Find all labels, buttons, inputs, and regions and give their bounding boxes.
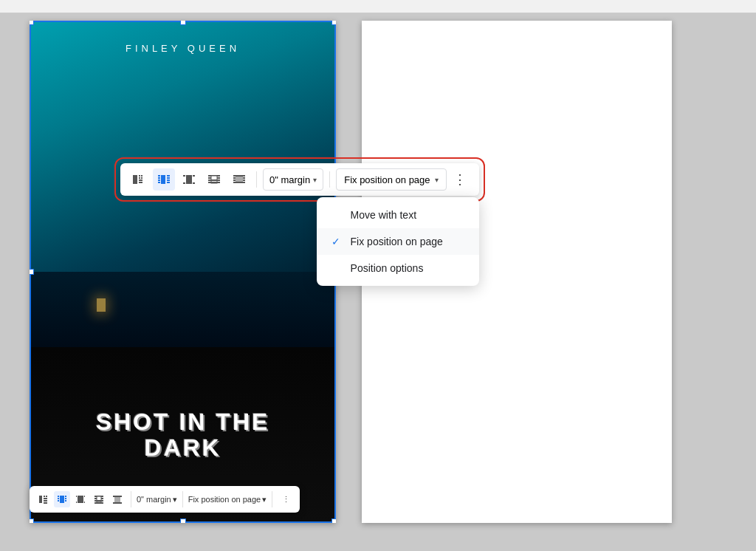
bt-margin-arrow: ▾ (173, 495, 177, 504)
svg-rect-17 (183, 175, 185, 177)
svg-rect-4 (141, 177, 142, 179)
toolbar-divider-2 (329, 171, 330, 188)
svg-rect-48 (76, 502, 77, 503)
book-cover: FINLEY QUEEN SHOT IN THE DARK (30, 21, 336, 523)
cover-title: SHOT IN THE DARK (96, 409, 270, 461)
position-options-label: Position options (351, 262, 424, 274)
svg-rect-45 (65, 500, 66, 502)
svg-rect-55 (94, 502, 103, 504)
position-options-check (331, 262, 343, 274)
margin-dropdown-arrow: ▾ (313, 176, 317, 184)
window-light (97, 298, 106, 312)
svg-rect-16 (186, 175, 192, 184)
canvas-area: FINLEY QUEEN SHOT IN THE DARK (0, 13, 756, 551)
wrap-inline-icon (132, 173, 145, 186)
wrap-behind-icon (233, 173, 246, 186)
svg-rect-35 (46, 496, 47, 497)
bt-more-label: ⋮ (282, 495, 290, 504)
svg-rect-36 (44, 498, 47, 499)
wrap-front-icon (207, 173, 221, 186)
move-with-text-check (331, 209, 343, 221)
bt-behind[interactable] (109, 491, 126, 507)
svg-rect-13 (167, 177, 170, 179)
bt-front[interactable] (91, 491, 107, 507)
move-with-text-label: Move with text (351, 209, 416, 221)
wrap-with-text-button[interactable] (153, 168, 175, 191)
svg-rect-57 (113, 496, 122, 497)
bt-wrap-inline[interactable] (35, 491, 52, 507)
svg-rect-24 (208, 179, 220, 181)
toolbar-container: 0" margin ▾ Fix position on page ▾ ⋮ Mov… (114, 157, 485, 202)
position-label: Fix position on page (344, 174, 430, 185)
svg-rect-30 (233, 179, 236, 181)
move-with-text-option[interactable]: Move with text (317, 202, 479, 228)
position-dropdown-menu: Move with text ✓ Fix position on page Po… (317, 197, 479, 286)
cover-author: FINLEY QUEEN (30, 43, 336, 54)
svg-rect-56 (114, 496, 120, 502)
bt-margin-select[interactable]: 0" margin ▾ (137, 495, 177, 504)
bt-divider-2 (182, 491, 183, 507)
bt-break[interactable] (72, 491, 89, 507)
bt-position-select[interactable]: Fix position on page ▾ (188, 495, 267, 504)
svg-rect-50 (84, 502, 85, 503)
svg-rect-11 (158, 182, 160, 183)
svg-rect-38 (44, 502, 47, 504)
position-dropdown-arrow: ▾ (435, 176, 439, 184)
wrap-front-button[interactable] (203, 168, 225, 191)
wrap-behind-button[interactable] (228, 168, 250, 191)
margin-dropdown[interactable]: 0" margin ▾ (263, 168, 323, 191)
svg-rect-15 (167, 182, 170, 183)
svg-rect-43 (65, 496, 66, 497)
position-options-option[interactable]: Position options (317, 255, 479, 281)
svg-rect-34 (44, 496, 45, 497)
bt-position-label: Fix position on page (188, 495, 261, 504)
svg-rect-7 (161, 175, 165, 184)
svg-rect-25 (208, 182, 220, 183)
break-text-icon (182, 173, 196, 186)
more-options-button[interactable]: ⋮ (450, 168, 472, 191)
svg-rect-44 (65, 498, 66, 499)
svg-rect-2 (141, 175, 142, 177)
svg-rect-27 (233, 175, 245, 177)
bottom-toolbar: 0" margin ▾ Fix position on page ▾ ⋮ (30, 486, 300, 513)
wrap-text-icon (157, 173, 171, 186)
bt-divider-1 (131, 491, 131, 507)
svg-rect-1 (139, 175, 140, 177)
svg-rect-28 (233, 177, 236, 179)
bt-margin-label: 0" margin (137, 495, 171, 504)
svg-rect-41 (58, 498, 59, 499)
svg-rect-20 (193, 182, 195, 184)
bt-wrap-text[interactable] (54, 491, 70, 507)
fix-position-label: Fix position on page (351, 236, 443, 247)
svg-rect-31 (243, 179, 245, 181)
svg-rect-46 (78, 496, 83, 503)
svg-rect-9 (158, 177, 160, 179)
image-toolbar: 0" margin ▾ Fix position on page ▾ ⋮ (120, 163, 479, 196)
fix-position-check: ✓ (331, 236, 343, 247)
fix-position-option[interactable]: ✓ Fix position on page (317, 228, 479, 255)
svg-rect-49 (84, 496, 85, 497)
svg-rect-47 (76, 496, 77, 497)
svg-rect-40 (58, 496, 59, 497)
svg-rect-6 (139, 182, 142, 183)
position-dropdown[interactable]: Fix position on page ▾ (336, 168, 446, 191)
bt-divider-3 (272, 491, 272, 507)
break-text-button[interactable] (178, 168, 200, 191)
svg-rect-39 (60, 496, 64, 503)
svg-rect-58 (113, 502, 122, 504)
svg-rect-37 (44, 500, 47, 502)
svg-rect-5 (139, 179, 142, 181)
svg-rect-14 (167, 179, 170, 181)
svg-rect-29 (243, 177, 245, 179)
ruler-top (0, 0, 756, 13)
svg-rect-10 (158, 179, 160, 181)
toolbar-divider-1 (256, 171, 257, 188)
svg-rect-33 (39, 496, 42, 503)
bt-more-button[interactable]: ⋮ (278, 491, 294, 507)
svg-rect-54 (94, 500, 103, 502)
wrap-inline-button[interactable] (128, 168, 150, 191)
svg-rect-12 (167, 175, 170, 177)
bt-position-arrow: ▾ (262, 495, 267, 504)
svg-rect-3 (139, 177, 140, 179)
svg-rect-19 (193, 175, 195, 177)
